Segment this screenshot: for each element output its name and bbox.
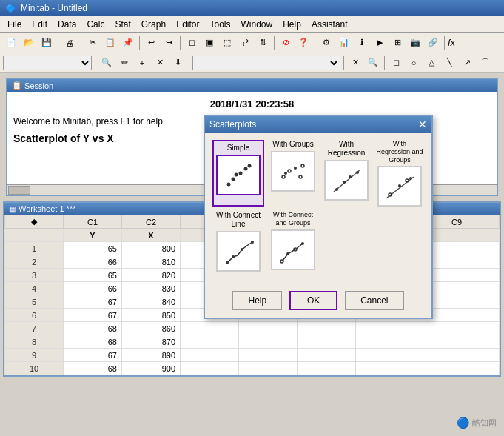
scatter-option-connect-groups[interactable]: With Connect and Groups [269,211,317,272]
cell-empty[interactable] [414,335,500,349]
dialog-close-button[interactable]: ✕ [418,118,427,130]
btn5[interactable]: ◻ [184,35,200,51]
stop-btn[interactable]: ⊘ [278,35,294,51]
scatter-img-groups[interactable] [271,151,315,192]
menu-graph[interactable]: Graph [137,18,170,31]
toolbar2-btn5[interactable]: ⬇ [169,55,186,71]
cell-x[interactable]: 890 [122,349,181,362]
cell-x[interactable]: 830 [122,282,181,295]
redo-btn[interactable]: ↪ [161,35,177,51]
cell-empty[interactable] [356,335,414,349]
cell-x[interactable]: 810 [122,255,181,269]
btn9[interactable]: ⇅ [255,35,271,51]
cell-y[interactable]: 65 [64,242,122,255]
cell-y[interactable]: 68 [64,335,122,349]
cell-empty[interactable] [414,349,500,362]
copy-btn[interactable]: 📋 [102,35,118,51]
print-btn[interactable]: 🖨 [61,35,78,51]
scatter-img-regression[interactable] [324,160,369,201]
scatter-img-connect[interactable] [216,231,261,272]
help-button[interactable]: Help [232,291,282,310]
toolbar-btn-extra[interactable]: ⚙ [318,35,335,51]
scatter-option-regression-groups[interactable]: With Regression and Groups [375,140,424,207]
cut-btn[interactable]: ✂ [84,35,101,51]
btn8[interactable]: ⇄ [237,35,253,51]
toolbar-btn-extra6[interactable]: 📷 [407,35,423,51]
toolbar2-btn11[interactable]: ╲ [441,55,457,71]
toolbar2-btn8[interactable]: ◻ [388,55,404,71]
cell-empty[interactable] [298,322,356,335]
cell-y[interactable]: 67 [64,349,122,362]
toolbar-dropdown2[interactable] [192,56,340,70]
cell-empty[interactable] [356,349,414,362]
toolbar2-btn2[interactable]: ✏ [116,55,132,71]
cell-empty[interactable] [181,362,239,375]
ok-button[interactable]: OK [289,291,337,310]
toolbar2-btn6[interactable]: ✕ [347,55,363,71]
cell-y[interactable]: 65 [64,269,122,282]
scatter-img-regression-groups[interactable] [377,166,422,207]
open-btn[interactable]: 📂 [21,35,37,51]
help-btn[interactable]: ❓ [295,35,312,51]
new-btn[interactable]: 📄 [3,35,19,51]
save-btn[interactable]: 💾 [38,35,55,51]
scatter-img-simple[interactable] [216,155,261,195]
cell-empty[interactable] [181,349,239,362]
cell-empty[interactable] [239,349,298,362]
scatter-option-simple[interactable]: Simple [212,140,264,207]
cell-empty[interactable] [356,362,414,375]
menu-editor[interactable]: Editor [172,18,204,31]
cell-x[interactable]: 900 [122,362,181,375]
toolbar-btn-extra7[interactable]: 🔗 [425,35,441,51]
toolbar2-btn10[interactable]: △ [423,55,440,71]
btn7[interactable]: ⬚ [219,35,235,51]
menu-assistant[interactable]: Assistant [307,18,352,31]
cell-empty[interactable] [298,362,356,375]
cell-x[interactable]: 850 [122,309,181,322]
scroll-thumb[interactable] [8,186,30,195]
cell-x[interactable]: 840 [122,295,181,309]
cell-empty[interactable] [298,349,356,362]
cell-y[interactable]: 68 [64,322,122,335]
toolbar-btn-extra2[interactable]: 📊 [336,35,352,51]
toolbar2-btn13[interactable]: ⌒ [477,55,493,71]
menu-edit[interactable]: Edit [27,18,52,31]
toolbar2-btn12[interactable]: ↗ [459,55,475,71]
cell-x[interactable]: 860 [122,322,181,335]
toolbar-btn-extra4[interactable]: ▶ [372,35,388,51]
cell-x[interactable]: 800 [122,242,181,255]
paste-btn[interactable]: 📌 [120,35,136,51]
menu-data[interactable]: Data [53,18,81,31]
cell-y[interactable]: 68 [64,362,122,375]
cell-y[interactable]: 66 [64,282,122,295]
cell-empty[interactable] [239,322,298,335]
menu-file[interactable]: File [3,18,26,31]
scatter-img-connect-groups[interactable] [271,229,315,270]
cell-empty[interactable] [356,322,414,335]
menu-help[interactable]: Help [278,18,306,31]
menu-stat[interactable]: Stat [110,18,135,31]
cell-empty[interactable] [181,335,239,349]
cell-empty[interactable] [414,322,500,335]
scatterplots-dialog[interactable]: Scatterplots ✕ Simple [204,115,433,319]
scatter-option-connect[interactable]: With Connect Line [212,211,264,272]
cell-empty[interactable] [181,322,239,335]
menu-calc[interactable]: Calc [82,18,109,31]
toolbar2-btn3[interactable]: + [134,55,150,71]
cell-y[interactable]: 66 [64,255,122,269]
scatter-option-groups[interactable]: With Groups [269,140,317,207]
menu-window[interactable]: Window [237,18,278,31]
cancel-button[interactable]: Cancel [345,291,403,310]
btn6[interactable]: ▣ [201,35,218,51]
toolbar2-btn9[interactable]: ○ [406,55,422,71]
cell-y[interactable]: 67 [64,295,122,309]
toolbar-btn-extra5[interactable]: ⊞ [389,35,406,51]
cell-empty[interactable] [298,335,356,349]
menu-tools[interactable]: Tools [205,18,235,31]
cell-y[interactable]: 67 [64,309,122,322]
scatter-option-regression[interactable]: With Regression [322,140,371,207]
cell-empty[interactable] [414,362,500,375]
cell-x[interactable]: 820 [122,269,181,282]
cell-x[interactable]: 870 [122,335,181,349]
cell-empty[interactable] [239,335,298,349]
